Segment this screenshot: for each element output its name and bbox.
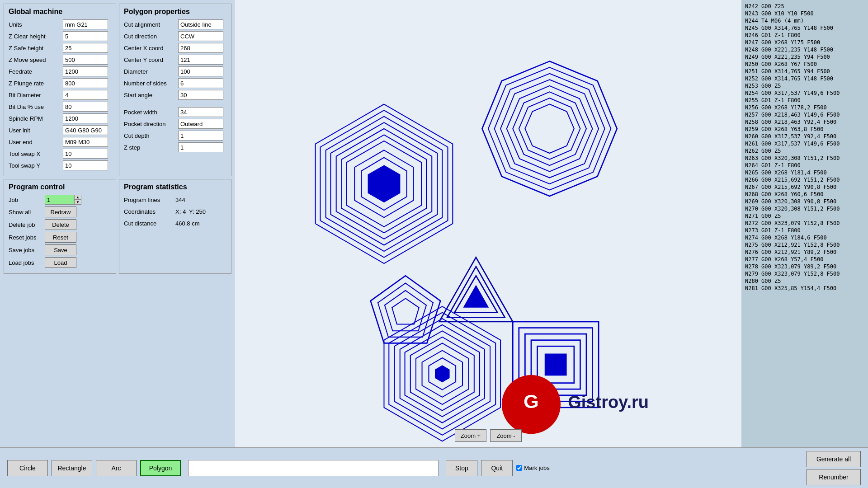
- load-jobs-label: Load jobs: [9, 259, 45, 266]
- renumber-button[interactable]: Renumber: [807, 469, 861, 485]
- cut-dir-label: Cut direction: [124, 33, 178, 40]
- delete-button[interactable]: Delete: [45, 219, 76, 230]
- svg-marker-18: [371, 276, 441, 343]
- z-move-label: Z Move speed: [9, 56, 63, 63]
- gcode-line: N251 G00 X314,765 Y94 F500: [744, 68, 865, 75]
- gcode-line: N278 G00 X323,079 Y89,2 F500: [744, 263, 865, 270]
- gcode-line: N277 G00 X268 Y57,4 F500: [744, 256, 865, 263]
- z-safe-input[interactable]: [63, 43, 108, 53]
- job-input[interactable]: [45, 195, 74, 205]
- z-step-input[interactable]: [178, 142, 223, 152]
- polygon-props-title: Polygon properties: [124, 8, 226, 16]
- cut-distance-label: Cut distance: [124, 220, 174, 227]
- z-safe-label: Z Safe height: [9, 45, 63, 52]
- gcode-line: N279 G00 X323,079 Y152,8 F500: [744, 270, 865, 277]
- num-sides-input[interactable]: [178, 78, 223, 88]
- gcode-line: N271 G00 Z5: [744, 212, 865, 220]
- start-angle-label: Start angle: [124, 92, 178, 99]
- zoom-minus-button[interactable]: Zoom -: [490, 429, 522, 442]
- svg-marker-17: [525, 104, 574, 153]
- diameter-input[interactable]: [178, 66, 223, 76]
- feedrate-input[interactable]: [63, 66, 108, 76]
- redraw-button[interactable]: Redraw: [45, 206, 76, 217]
- cut-align-label: Cut alignment: [124, 21, 178, 28]
- center-x-input[interactable]: [178, 43, 223, 53]
- bit-dia-input[interactable]: [63, 90, 108, 100]
- command-input[interactable]: [188, 460, 439, 476]
- gcode-line: N273 G01 Z-1 F800: [744, 227, 865, 234]
- center-x-label: Center X coord: [124, 45, 178, 52]
- job-down-button[interactable]: ▼: [74, 200, 81, 205]
- quit-button[interactable]: Quit: [481, 460, 513, 476]
- generate-all-button[interactable]: Generate all: [807, 451, 861, 467]
- svg-marker-9: [368, 165, 400, 202]
- rectangle-button[interactable]: Rectangle: [52, 460, 92, 476]
- svg-marker-16: [519, 98, 580, 160]
- cut-dir-input[interactable]: [178, 31, 223, 41]
- mark-jobs-label: Mark jobs: [524, 465, 549, 471]
- gcode-line: N268 G00 X268 Y60,6 F500: [744, 191, 865, 198]
- gcode-line: N272 G00 X323,079 Y152,8 F500: [744, 220, 865, 227]
- gcode-line: N250 G00 X268 Y67 F500: [744, 61, 865, 68]
- svg-marker-14: [507, 86, 593, 172]
- cut-distance-value: [174, 218, 219, 228]
- center-y-input[interactable]: [178, 55, 223, 65]
- gcode-line: N242 G00 Z25: [744, 3, 865, 10]
- gcode-line: N253 G00 Z5: [744, 82, 865, 89]
- pocket-dir-input[interactable]: [178, 119, 223, 129]
- gcode-line: N243 G00 X10 Y10 F500: [744, 10, 865, 17]
- save-button[interactable]: Save: [45, 244, 76, 255]
- start-angle-input[interactable]: [178, 90, 223, 100]
- tool-swap-y-input[interactable]: [63, 160, 108, 170]
- gcode-line: N260 G00 X317,537 Y92,4 F500: [744, 133, 865, 140]
- svg-marker-13: [500, 80, 599, 178]
- gcode-line: N257 G00 X218,463 Y149,6 F500: [744, 111, 865, 118]
- bottom-bar: Circle Rectangle Arc Polygon Stop Quit M…: [0, 447, 868, 488]
- units-input[interactable]: [63, 19, 108, 29]
- spindle-input[interactable]: [63, 113, 108, 123]
- user-end-label: User end: [9, 139, 63, 145]
- tool-swap-x-label: Tool swap X: [9, 150, 63, 157]
- z-plunge-input[interactable]: [63, 78, 108, 88]
- mark-jobs-checkbox[interactable]: [516, 465, 522, 471]
- gcode-line: N262 G00 Z5: [744, 147, 865, 155]
- job-up-button[interactable]: ▲: [74, 195, 81, 200]
- gcode-line: N246 G01 Z-1 F800: [744, 32, 865, 39]
- gcode-line: N267 G00 X215,692 Y90,8 F500: [744, 183, 865, 191]
- gcode-line: N266 G00 X215,692 Y151,2 F500: [744, 176, 865, 183]
- canvas-area: G Gistroy.ru Zoom + Zoom -: [235, 0, 741, 447]
- z-clear-input[interactable]: [63, 31, 108, 41]
- gcode-line: N265 G00 X268 Y181,4 F500: [744, 169, 865, 176]
- bit-pct-input[interactable]: [63, 102, 108, 112]
- arc-button[interactable]: Arc: [96, 460, 137, 476]
- user-end-input[interactable]: [63, 137, 108, 147]
- gcode-line: N280 G00 Z5: [744, 277, 865, 285]
- reset-button[interactable]: Reset: [45, 232, 76, 243]
- cut-depth-label: Cut depth: [124, 132, 178, 139]
- program-control-title: Program control: [9, 183, 111, 191]
- svg-marker-10: [482, 61, 617, 196]
- cut-depth-input[interactable]: [178, 131, 223, 141]
- tool-swap-y-label: Tool swap Y: [9, 162, 63, 169]
- pocket-dir-label: Pocket direction: [124, 121, 178, 127]
- user-init-input[interactable]: [63, 125, 108, 135]
- stop-button[interactable]: Stop: [446, 460, 477, 476]
- gcode-line: N259 G00 X268 Y63,8 F500: [744, 126, 865, 133]
- coordinates-value: [174, 206, 219, 216]
- tool-swap-x-input[interactable]: [63, 149, 108, 159]
- mark-jobs-wrap: Mark jobs: [516, 465, 549, 471]
- zoom-plus-button[interactable]: Zoom +: [455, 429, 486, 442]
- cut-align-input[interactable]: [178, 19, 223, 29]
- svg-rect-41: [545, 354, 567, 376]
- z-move-input[interactable]: [63, 55, 108, 65]
- gcode-line: N245 G00 X314,765 Y148 F500: [744, 24, 865, 32]
- prog-lines-value: [174, 195, 219, 205]
- pocket-width-input[interactable]: [178, 107, 223, 117]
- circle-button[interactable]: Circle: [7, 460, 48, 476]
- svg-marker-21: [392, 298, 419, 324]
- load-button[interactable]: Load: [45, 257, 76, 268]
- gcode-line: N255 G01 Z-1 F800: [744, 97, 865, 104]
- user-init-label: User init: [9, 127, 63, 134]
- delete-job-label: Delete job: [9, 221, 45, 228]
- polygon-button[interactable]: Polygon: [140, 460, 181, 476]
